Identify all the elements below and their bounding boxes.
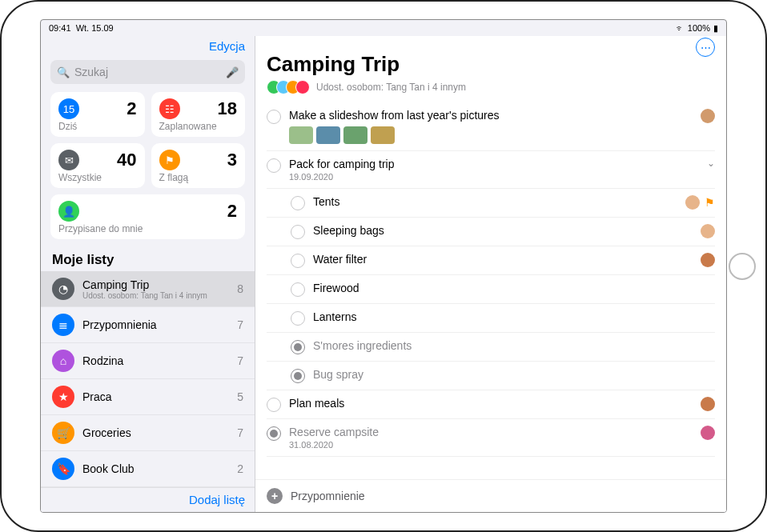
complete-toggle[interactable] <box>291 282 305 297</box>
search-input[interactable]: 🔍 Szukaj 🎤 <box>50 60 245 84</box>
my-lists-header: Moje listy <box>41 246 255 271</box>
smart-card-zaplanowane[interactable]: ☷18Zaplanowane <box>151 92 246 137</box>
reminder-title: Sleeping bags <box>313 224 693 237</box>
share-info[interactable]: Udost. osobom: Tang Tan i 4 innym <box>267 80 715 94</box>
search-placeholder: Szukaj <box>74 66 221 78</box>
card-count: 2 <box>126 98 136 119</box>
reminder-item[interactable]: Reserve campsite31.08.2020 <box>267 419 715 457</box>
list-name: Camping Trip <box>82 278 229 291</box>
reminder-item[interactable]: Sleeping bags <box>267 218 715 246</box>
add-reminder-label: Przypomnienie <box>291 490 365 502</box>
more-button[interactable]: ⋯ <box>696 38 715 57</box>
status-bar: 09:41 Wt. 15.09 ᯤ 100% ▮ <box>41 20 726 36</box>
complete-toggle[interactable] <box>291 369 305 383</box>
assignee-avatar <box>701 426 715 440</box>
card-label: Dziś <box>58 121 137 132</box>
reminder-title: Tents <box>313 195 677 208</box>
reminder-title: Firewood <box>313 282 707 294</box>
edit-button[interactable]: Edycja <box>209 39 245 53</box>
card-label: Z flagą <box>159 172 238 183</box>
flag-icon: ⚑ <box>705 196 715 209</box>
card-label: Przypisane do mnie <box>58 223 237 234</box>
wifi-icon: ᯤ <box>676 23 685 33</box>
reminder-item[interactable]: Water filter <box>267 246 715 275</box>
list-count: 7 <box>237 318 243 331</box>
complete-toggle[interactable] <box>291 254 305 268</box>
list-row[interactable]: ★ Praca 5 <box>41 379 255 415</box>
complete-toggle[interactable] <box>267 110 281 124</box>
complete-toggle[interactable] <box>267 426 281 441</box>
list-row[interactable]: 🔖 Book Club 2 <box>41 451 255 487</box>
list-icon: ⌂ <box>52 350 74 372</box>
thumb <box>289 126 313 144</box>
list-count: 7 <box>237 426 243 439</box>
smart-card-dziś[interactable]: 152Dziś <box>50 92 145 137</box>
reminder-title: S'mores ingredients <box>313 339 707 352</box>
mic-icon[interactable]: 🎤 <box>226 66 239 78</box>
complete-toggle[interactable] <box>291 225 305 239</box>
list-name: Groceries <box>82 426 229 439</box>
list-name: Rodzina <box>82 354 229 367</box>
attachment-thumbs[interactable] <box>289 126 693 144</box>
add-list-button[interactable]: Dodaj listę <box>189 493 245 506</box>
complete-toggle[interactable] <box>291 196 305 210</box>
list-icon: 🛒 <box>52 422 74 444</box>
thumb <box>371 126 395 144</box>
complete-toggle[interactable] <box>291 340 305 354</box>
reminder-title: Bug spray <box>313 368 707 381</box>
battery-icon: ▮ <box>713 23 718 34</box>
reminder-date: 19.09.2020 <box>289 172 699 182</box>
reminder-item[interactable]: Firewood <box>267 275 715 304</box>
share-text: Udost. osobom: Tang Tan i 4 innym <box>316 82 466 93</box>
assignee-avatar <box>701 109 715 123</box>
card-icon: ☷ <box>159 98 180 119</box>
card-label: Wszystkie <box>58 172 137 183</box>
assignee-avatar <box>701 224 715 238</box>
avatar <box>295 80 310 94</box>
list-row[interactable]: 🛒 Groceries 7 <box>41 415 255 451</box>
reminder-title: Water filter <box>313 253 693 266</box>
reminder-title: Reserve campsite <box>289 426 693 438</box>
card-label: Zaplanowane <box>159 121 238 132</box>
chevron-down-icon[interactable]: ⌄ <box>707 158 715 169</box>
reminder-item[interactable]: Tents⚑ <box>267 189 715 218</box>
reminder-item[interactable]: Make a slideshow from last year's pictur… <box>267 102 715 151</box>
list-row[interactable]: ≣ Przypomnienia 7 <box>41 307 255 343</box>
card-count: 2 <box>227 201 237 222</box>
list-count: 5 <box>237 390 243 403</box>
card-count: 3 <box>227 150 237 170</box>
add-reminder-button[interactable]: + Przypomnienie <box>255 479 726 512</box>
smart-card-wszystkie[interactable]: ✉40Wszystkie <box>50 143 145 188</box>
reminder-title: Pack for camping trip <box>289 158 699 170</box>
list-icon: ≣ <box>52 314 74 336</box>
reminder-item[interactable]: Pack for camping trip19.09.2020⌄ <box>267 151 715 189</box>
reminder-item[interactable]: S'mores ingredients <box>267 333 715 362</box>
complete-toggle[interactable] <box>267 158 281 173</box>
status-time: 09:41 <box>49 23 71 33</box>
thumb <box>343 126 367 144</box>
list-icon: 🔖 <box>52 458 74 480</box>
assignee-avatar <box>701 397 715 411</box>
home-button[interactable] <box>729 253 756 280</box>
reminder-item[interactable]: Plan meals <box>267 390 715 419</box>
list-row[interactable]: ⌂ Rodzina 7 <box>41 343 255 379</box>
list-row[interactable]: ◔ Camping TripUdost. osobom: Tang Tan i … <box>41 271 255 307</box>
status-date: Wt. 15.09 <box>76 23 114 33</box>
list-icon: ★ <box>52 386 74 408</box>
assignee-avatar <box>685 195 700 210</box>
assignee-avatar <box>701 253 715 267</box>
card-icon: ✉ <box>58 150 79 170</box>
reminder-date: 31.08.2020 <box>289 440 693 450</box>
card-icon: ⚑ <box>159 150 180 170</box>
reminder-item[interactable]: Lanterns <box>267 304 715 333</box>
list-count: 7 <box>237 354 243 367</box>
reminder-item[interactable]: Bug spray <box>267 362 715 390</box>
complete-toggle[interactable] <box>291 311 305 326</box>
complete-toggle[interactable] <box>267 398 281 412</box>
list-sub: Udost. osobom: Tang Tan i 4 innym <box>82 291 229 300</box>
smart-card-przypisane do mnie[interactable]: 👤2Przypisane do mnie <box>50 194 245 239</box>
list-name: Praca <box>82 390 229 403</box>
smart-card-z flagą[interactable]: ⚑3Z flagą <box>151 143 246 188</box>
reminder-title: Lanterns <box>313 310 707 323</box>
list-name: Book Club <box>82 462 229 475</box>
